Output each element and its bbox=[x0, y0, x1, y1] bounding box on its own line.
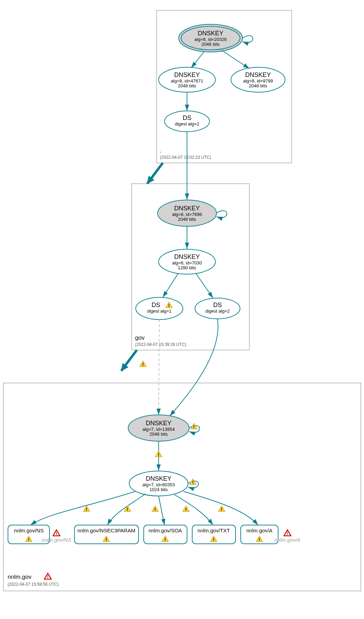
node-root-zsk2[interactable]: DNSKEY alg=8, id=9799 2048 bits bbox=[231, 67, 285, 92]
node-root-ksk[interactable]: DNSKEY alg=8, id=20326 2048 bits bbox=[179, 24, 242, 52]
zone-gov-ts: (2022-04-07 15:39:26 UTC) bbox=[135, 342, 186, 347]
svg-text:2048 bits: 2048 bits bbox=[150, 431, 168, 437]
error-icon bbox=[53, 530, 60, 536]
warning-icon bbox=[190, 423, 197, 429]
warning-icon bbox=[83, 506, 90, 512]
zone-gov-label: gov bbox=[135, 334, 145, 341]
zone-root: . (2022-04-07 15:02:23 UTC) DNSKEY alg=8… bbox=[157, 10, 292, 163]
svg-text:digest alg=1: digest alg=1 bbox=[147, 308, 171, 314]
svg-text:alg=8, id=47671: alg=8, id=47671 bbox=[171, 78, 203, 84]
warning-icon bbox=[124, 506, 131, 512]
svg-text:DNSKEY: DNSKEY bbox=[174, 253, 200, 260]
warning-icon bbox=[140, 361, 147, 367]
warning-icon bbox=[155, 451, 162, 457]
node-nnlm-zsk[interactable]: DNSKEY alg=7, id=60353 1024 bits bbox=[129, 471, 188, 496]
grey-a: nnlm.gov/A bbox=[274, 537, 300, 543]
svg-text:DNSKEY: DNSKEY bbox=[198, 30, 223, 37]
svg-text:DS: DS bbox=[213, 302, 222, 308]
svg-text:DNSKEY: DNSKEY bbox=[174, 71, 200, 78]
svg-text:digest alg=2: digest alg=2 bbox=[205, 308, 230, 314]
rrset-txt[interactable]: nnlm.gov/TXT bbox=[192, 525, 236, 544]
svg-text:alg=8, id=7030: alg=8, id=7030 bbox=[172, 260, 202, 265]
rrset-nsec3param[interactable]: nnlm.gov/NSEC3PARAM bbox=[74, 525, 139, 544]
node-gov-ksk[interactable]: DNSKEY alg=8, id=7698 2048 bits bbox=[158, 200, 216, 226]
error-icon bbox=[44, 573, 51, 579]
svg-text:2048 bits: 2048 bits bbox=[249, 83, 267, 88]
node-gov-ds2[interactable]: DS digest alg=2 bbox=[195, 298, 240, 319]
node-gov-zsk[interactable]: DNSKEY alg=8, id=7030 1280 bits bbox=[159, 249, 215, 274]
zone-gov: gov (2022-04-07 15:39:26 UTC) DNSKEY alg… bbox=[132, 132, 249, 350]
svg-text:nnlm.gov/TXT: nnlm.gov/TXT bbox=[197, 528, 230, 533]
node-gov-ds1[interactable]: DS digest alg=1 bbox=[136, 297, 183, 320]
node-root-zsk1[interactable]: DNSKEY alg=8, id=47671 2048 bits bbox=[159, 67, 215, 92]
delegation-gov-nnlm bbox=[121, 350, 137, 371]
svg-text:nnlm.gov/SOA: nnlm.gov/SOA bbox=[149, 528, 182, 533]
svg-text:DS: DS bbox=[183, 114, 191, 121]
node-root-ds[interactable]: DS digest alg=2 bbox=[165, 111, 210, 132]
dnsviz-diagram: ! ! . (2022-04-07 15:02:23 UTC) DNSKEY a… bbox=[0, 0, 364, 619]
svg-text:alg=8, id=9799: alg=8, id=9799 bbox=[243, 78, 273, 84]
svg-text:nnlm.gov/A: nnlm.gov/A bbox=[246, 528, 272, 533]
svg-text:alg=8, id=20326: alg=8, id=20326 bbox=[194, 37, 227, 42]
svg-text:DS: DS bbox=[151, 302, 160, 308]
svg-text:DNSKEY: DNSKEY bbox=[174, 205, 200, 212]
zone-nnlm-label: nnlm.gov bbox=[8, 574, 32, 580]
svg-text:1280 bits: 1280 bits bbox=[178, 265, 196, 270]
svg-text:2048 bits: 2048 bits bbox=[178, 217, 196, 222]
svg-text:alg=7, id=60353: alg=7, id=60353 bbox=[142, 482, 175, 487]
svg-text:nnlm.gov/NSEC3PARAM: nnlm.gov/NSEC3PARAM bbox=[77, 528, 135, 533]
svg-text:2048 bits: 2048 bits bbox=[202, 42, 220, 47]
node-nnlm-ksk[interactable]: DNSKEY alg=7, id=13854 2048 bits bbox=[128, 415, 189, 441]
zone-root-ts: (2022-04-07 15:02:23 UTC) bbox=[160, 155, 211, 160]
svg-text:2048 bits: 2048 bits bbox=[178, 83, 196, 88]
grey-ns: nnlm.gov/NS bbox=[42, 537, 71, 543]
warning-icon bbox=[189, 479, 196, 485]
warning-icon bbox=[218, 506, 225, 512]
svg-text:alg=7, id=13854: alg=7, id=13854 bbox=[142, 427, 175, 432]
svg-text:DNSKEY: DNSKEY bbox=[146, 420, 171, 427]
warning-icon bbox=[152, 506, 159, 512]
rrset-soa[interactable]: nnlm.gov/SOA bbox=[144, 525, 187, 544]
svg-text:1024 bits: 1024 bits bbox=[150, 487, 168, 492]
delegation-root-gov bbox=[147, 163, 163, 184]
zone-nnlm: nnlm.gov (2022-04-07 15:59:56 UTC) DNSKE… bbox=[3, 319, 361, 591]
zone-root-label: . bbox=[160, 147, 162, 154]
error-icon bbox=[284, 530, 291, 536]
zone-nnlm-ts: (2022-04-07 15:59:56 UTC) bbox=[8, 582, 59, 587]
svg-text:nnlm.gov/NS: nnlm.gov/NS bbox=[14, 528, 44, 533]
svg-text:DNSKEY: DNSKEY bbox=[245, 71, 271, 78]
svg-text:DNSKEY: DNSKEY bbox=[146, 475, 171, 482]
svg-text:digest alg=2: digest alg=2 bbox=[175, 121, 199, 127]
warning-icon bbox=[183, 506, 189, 512]
rrset-a[interactable]: nnlm.gov/A bbox=[241, 525, 278, 544]
svg-text:alg=8, id=7698: alg=8, id=7698 bbox=[172, 212, 202, 217]
